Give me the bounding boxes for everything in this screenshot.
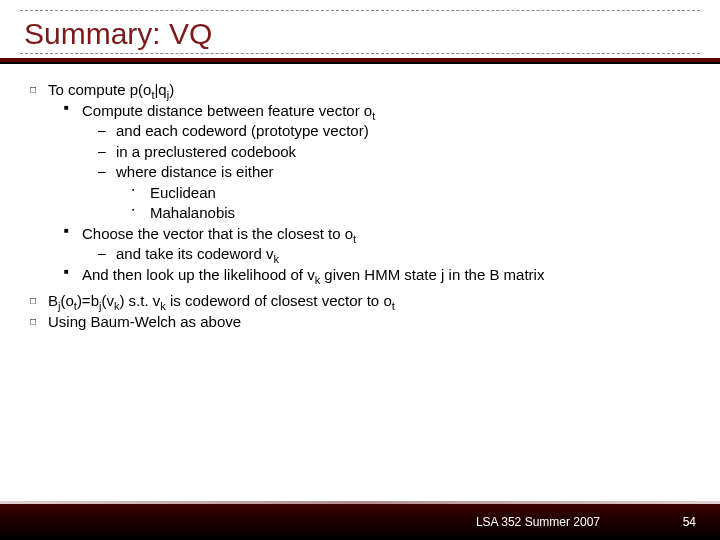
bullet-l3-take-codeword: – and take its codeword vk (98, 244, 690, 264)
t: (o (60, 292, 73, 309)
square-solid-icon: ■ (64, 226, 82, 236)
t: and take its codeword v (116, 245, 274, 262)
title-box: Summary: VQ (20, 10, 700, 54)
sub: k (274, 253, 280, 265)
t: B (48, 292, 58, 309)
square-solid-icon: ■ (64, 103, 82, 113)
t: Compute distance between feature vector … (82, 102, 372, 119)
text: Mahalanobis (150, 203, 690, 223)
dash-icon: – (98, 142, 116, 160)
t: To compute p(o (48, 81, 151, 98)
bullet-l3-codeword: – and each codeword (prototype vector) (98, 121, 690, 141)
square-tiny-icon: ▪ (132, 205, 150, 214)
t: given HMM state j in the B matrix (320, 266, 544, 283)
bullet-l4-euclidean: ▪ Euclidean (132, 183, 690, 203)
bullet-l4-mahalanobis: ▪ Mahalanobis (132, 203, 690, 223)
dash-icon: – (98, 121, 116, 139)
slide-title: Summary: VQ (24, 17, 700, 51)
bullet-l1-compute: □ To compute p(ot|qj) (30, 80, 690, 100)
sub: t (372, 110, 375, 122)
text: Bj(ot)=bj(vk) s.t. vk is codeword of clo… (48, 291, 690, 311)
dash-icon: – (98, 244, 116, 262)
square-open-icon: □ (30, 315, 48, 328)
slide-body: □ To compute p(ot|qj) ■ Compute distance… (0, 64, 720, 331)
t: Choose the vector that is the closest to… (82, 225, 353, 242)
t: ) s.t. v (119, 292, 160, 309)
t: And then look up the likelihood of v (82, 266, 315, 283)
t: ) (169, 81, 174, 98)
text: Choose the vector that is the closest to… (82, 224, 690, 244)
text: Using Baum-Welch as above (48, 312, 690, 332)
sub: t (392, 300, 395, 312)
bullet-l2-lookup: ■ And then look up the likelihood of vk … (64, 265, 690, 285)
square-tiny-icon: ▪ (132, 185, 150, 194)
bullet-l2-distance: ■ Compute distance between feature vecto… (64, 101, 690, 121)
text: Compute distance between feature vector … (82, 101, 690, 121)
dash-icon: – (98, 162, 116, 180)
sub: t (353, 233, 356, 245)
square-open-icon: □ (30, 83, 48, 96)
text: and take its codeword vk (116, 244, 690, 264)
text: where distance is either (116, 162, 690, 182)
bullet-l1-bj: □ Bj(ot)=bj(vk) s.t. vk is codeword of c… (30, 291, 690, 311)
bullet-l2-choose: ■ Choose the vector that is the closest … (64, 224, 690, 244)
t: |q (154, 81, 166, 98)
footer-page-number: 54 (683, 515, 696, 529)
footer: LSA 352 Summer 2007 54 (0, 504, 720, 540)
square-open-icon: □ (30, 294, 48, 307)
text: And then look up the likelihood of vk gi… (82, 265, 690, 285)
text: and each codeword (prototype vector) (116, 121, 690, 141)
footer-course: LSA 352 Summer 2007 (476, 515, 600, 529)
t: is codeword of closest vector to o (166, 292, 392, 309)
text: in a preclustered codebook (116, 142, 690, 162)
text: To compute p(ot|qj) (48, 80, 690, 100)
t: )=b (77, 292, 99, 309)
text: Euclidean (150, 183, 690, 203)
t: (v (101, 292, 114, 309)
bullet-l3-codebook: – in a preclustered codebook (98, 142, 690, 162)
bullet-l3-distance-either: – where distance is either (98, 162, 690, 182)
square-solid-icon: ■ (64, 267, 82, 277)
bullet-l1-baumwelch: □ Using Baum-Welch as above (30, 312, 690, 332)
